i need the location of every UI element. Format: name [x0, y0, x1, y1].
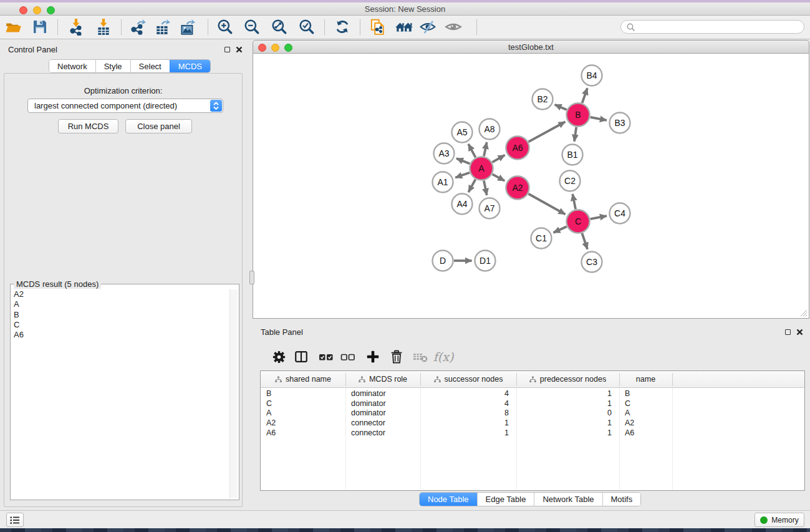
edge-B-B4[interactable]	[582, 88, 587, 103]
edge-A-A8[interactable]	[484, 142, 487, 156]
table-float-button[interactable]	[784, 328, 791, 336]
node-A1[interactable]: A1	[433, 172, 453, 193]
node-A3[interactable]: A3	[434, 143, 455, 164]
cell-name[interactable]: C	[619, 399, 672, 409]
edge-B-B1[interactable]	[574, 127, 576, 142]
column-header-predecessor-nodes[interactable]: predecessor nodes	[516, 371, 619, 387]
column-header-shared-name[interactable]: shared name	[261, 371, 345, 387]
mcds-result-item[interactable]: A	[14, 299, 229, 309]
cell-name[interactable]: A6	[619, 428, 672, 438]
node-C4[interactable]: C4	[610, 203, 630, 224]
node-B3[interactable]: B3	[610, 113, 630, 133]
tab-mcds[interactable]: MCDS	[170, 60, 210, 72]
node-D[interactable]: D	[433, 251, 453, 271]
copy-network-button[interactable]	[368, 17, 387, 36]
export-table-button[interactable]	[153, 17, 172, 36]
network-canvas[interactable]: AA1A2A3A4A5A6A7A8BB1B2B3B4CC1C2C3C4DD1	[253, 54, 809, 319]
zoom-out-button[interactable]	[243, 17, 261, 36]
zoom-fit-button[interactable]	[270, 17, 289, 36]
search-field[interactable]	[620, 20, 804, 34]
node-C1[interactable]: C1	[531, 228, 552, 249]
table-close-button[interactable]	[796, 328, 803, 336]
table-tab-network-table[interactable]: Network Table	[534, 493, 602, 506]
refresh-button[interactable]	[333, 17, 352, 36]
open-session-button[interactable]	[4, 17, 23, 36]
select-all-button[interactable]	[316, 347, 336, 367]
delete-table-button[interactable]	[410, 347, 430, 367]
node-A7[interactable]: A7	[480, 198, 500, 219]
edge-C-C1[interactable]	[554, 226, 567, 233]
node-A[interactable]: A	[470, 157, 493, 180]
cell-shared-name[interactable]: A	[261, 409, 345, 418]
first-neighbors-button[interactable]	[395, 17, 413, 36]
cell-shared-name[interactable]: A6	[261, 428, 345, 438]
table-row[interactable]: A6connector11A6	[261, 428, 804, 438]
cell-name[interactable]: B	[619, 389, 672, 399]
search-input[interactable]	[639, 21, 801, 32]
node-D1[interactable]: D1	[475, 251, 496, 271]
edge-A6-B[interactable]	[529, 122, 566, 142]
table-tab-node-table[interactable]: Node Table	[420, 493, 477, 506]
mcds-result-item[interactable]: A2	[14, 289, 229, 299]
node-A5[interactable]: A5	[452, 122, 473, 143]
edge-A2-C[interactable]	[528, 194, 565, 215]
add-column-button[interactable]	[363, 347, 383, 367]
show-graphics-details-button[interactable]	[444, 17, 463, 36]
cell-successor-nodes[interactable]: 4	[420, 389, 516, 399]
node-B2[interactable]: B2	[533, 89, 553, 110]
node-B4[interactable]: B4	[582, 65, 602, 86]
edge-A-A6[interactable]	[492, 155, 504, 162]
cell-successor-nodes[interactable]: 4	[420, 399, 516, 409]
table-settings-button[interactable]	[269, 347, 289, 367]
import-network-button[interactable]	[67, 17, 85, 36]
edge-A-A2[interactable]	[493, 174, 505, 180]
cell-MCDS-role[interactable]: dominator	[345, 389, 420, 399]
function-builder-button[interactable]: f(x)	[433, 347, 453, 367]
edge-A-A7[interactable]	[484, 181, 487, 195]
cell-predecessor-nodes[interactable]: 1	[516, 418, 619, 428]
table-row[interactable]: Cdominator41C	[261, 399, 804, 409]
deselect-all-button[interactable]	[338, 347, 358, 367]
resize-grip-icon[interactable]	[799, 308, 808, 317]
table-row[interactable]: Bdominator41B	[261, 389, 804, 399]
table-row[interactable]: A2connector11A2	[261, 418, 804, 428]
cell-MCDS-role[interactable]: dominator	[345, 409, 420, 418]
zoom-in-button[interactable]	[216, 17, 234, 36]
result-scrollbar[interactable]	[229, 289, 238, 498]
network-window-titlebar[interactable]: testGlobe.txt	[253, 40, 809, 54]
table-tab-edge-table[interactable]: Edge Table	[477, 493, 534, 506]
cell-predecessor-nodes[interactable]: 1	[516, 428, 619, 438]
criterion-dropdown[interactable]: largest connected component (directed)	[27, 99, 223, 113]
run-mcds-button[interactable]: Run MCDS	[58, 119, 118, 133]
export-image-button[interactable]	[178, 17, 197, 36]
delete-column-button[interactable]	[387, 347, 407, 367]
node-B1[interactable]: B1	[562, 145, 583, 165]
edge-C-C2[interactable]	[572, 194, 576, 209]
cell-shared-name[interactable]: B	[261, 389, 345, 399]
mcds-result-list[interactable]: A2ABCA6	[12, 289, 229, 498]
table-row[interactable]: Adominator80A	[261, 409, 804, 418]
cell-predecessor-nodes[interactable]: 0	[516, 409, 619, 418]
cell-name[interactable]: A	[619, 409, 672, 418]
hide-selected-button[interactable]	[418, 17, 437, 36]
mcds-result-item[interactable]: C	[14, 320, 229, 330]
node-C[interactable]: C	[567, 210, 590, 233]
table-tab-motifs[interactable]: Motifs	[602, 493, 641, 506]
memory-button[interactable]: Memory	[755, 513, 804, 527]
cell-shared-name[interactable]: C	[261, 399, 345, 409]
edge-C-C4[interactable]	[591, 216, 607, 219]
tab-select[interactable]: Select	[130, 60, 170, 72]
select-columns-button[interactable]	[291, 347, 311, 367]
cell-predecessor-nodes[interactable]: 1	[516, 399, 619, 409]
cell-MCDS-role[interactable]: connector	[345, 428, 420, 438]
panel-grip[interactable]	[249, 271, 254, 284]
node-A6[interactable]: A6	[506, 137, 529, 160]
node-C2[interactable]: C2	[560, 171, 581, 191]
edge-A-A5[interactable]	[468, 144, 475, 157]
cell-MCDS-role[interactable]: dominator	[345, 399, 420, 409]
mcds-result-item[interactable]: A6	[14, 330, 229, 340]
mcds-result-item[interactable]: B	[14, 310, 229, 320]
float-panel-button[interactable]	[223, 46, 231, 53]
tab-style[interactable]: Style	[95, 60, 130, 72]
cell-successor-nodes[interactable]: 8	[420, 409, 516, 418]
